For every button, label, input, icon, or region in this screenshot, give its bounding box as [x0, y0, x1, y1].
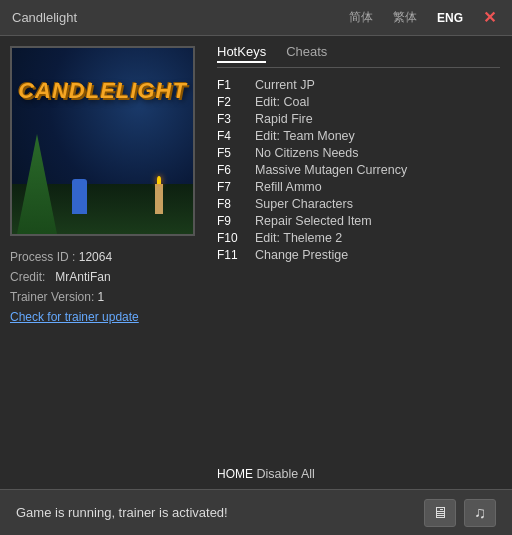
character-figure: [72, 179, 87, 214]
tab-cheats[interactable]: Cheats: [286, 44, 327, 63]
hotkey-row: F1Current JP: [217, 78, 500, 92]
hotkey-key-f6: F6: [217, 163, 255, 177]
hotkey-desc-10: Change Prestige: [255, 248, 348, 262]
hotkey-desc-3: Edit: Team Money: [255, 129, 355, 143]
hotkey-row: F7Refill Ammo: [217, 180, 500, 194]
hotkey-row: F3Rapid Fire: [217, 112, 500, 126]
trainer-update-row: Check for trainer update: [10, 310, 195, 324]
hotkey-key-f2: F2: [217, 95, 255, 109]
hotkey-key-f4: F4: [217, 129, 255, 143]
lang-simplified[interactable]: 简体: [345, 7, 377, 28]
tab-hotkeys[interactable]: HotKeys: [217, 44, 266, 63]
main-content: CANDLELIGHT Process ID : 12064 Credit: M…: [0, 36, 512, 489]
hotkey-key-f5: F5: [217, 146, 255, 160]
process-info: Process ID : 12064 Credit: MrAntiFan Tra…: [10, 246, 195, 334]
credit-value: MrAntiFan: [55, 270, 110, 284]
candle-decoration: [155, 184, 163, 214]
left-panel: CANDLELIGHT Process ID : 12064 Credit: M…: [0, 36, 205, 489]
game-logo-text: CANDLELIGHT: [18, 78, 187, 104]
music-icon-button[interactable]: ♫: [464, 499, 496, 527]
hotkey-row: F11Change Prestige: [217, 248, 500, 262]
trainer-version-value: 1: [98, 290, 105, 304]
credit-row: Credit: MrAntiFan: [10, 270, 195, 284]
hotkey-desc-7: Super Characters: [255, 197, 353, 211]
hotkey-key-f7: F7: [217, 180, 255, 194]
trainer-update-link[interactable]: Check for trainer update: [10, 310, 139, 324]
home-key-row: HOME Disable All: [217, 467, 500, 481]
hotkey-desc-4: No Citizens Needs: [255, 146, 359, 160]
status-message: Game is running, trainer is activated!: [16, 505, 228, 520]
hotkey-row: F2Edit: Coal: [217, 95, 500, 109]
monitor-icon-button[interactable]: 🖥: [424, 499, 456, 527]
hotkey-key-f8: F8: [217, 197, 255, 211]
hotkey-key-f3: F3: [217, 112, 255, 126]
app-title: Candlelight: [12, 10, 77, 25]
lang-traditional[interactable]: 繁体: [389, 7, 421, 28]
right-panel: HotKeys Cheats F1Current JPF2Edit: CoalF…: [205, 36, 512, 489]
close-button[interactable]: ✕: [479, 8, 500, 27]
process-id-label: Process ID :: [10, 250, 75, 264]
hotkey-row: F6Massive Mutagen Currency: [217, 163, 500, 177]
hotkey-key-f10: F10: [217, 231, 255, 245]
home-key: HOME: [217, 467, 253, 481]
hotkey-row: F8Super Characters: [217, 197, 500, 211]
title-bar: Candlelight 简体 繁体 ENG ✕: [0, 0, 512, 36]
hotkey-row: F5No Citizens Needs: [217, 146, 500, 160]
hotkey-desc-2: Rapid Fire: [255, 112, 313, 126]
hotkey-key-f9: F9: [217, 214, 255, 228]
lang-english[interactable]: ENG: [433, 9, 467, 27]
hotkey-desc-9: Edit: Theleme 2: [255, 231, 342, 245]
hotkey-desc-5: Massive Mutagen Currency: [255, 163, 407, 177]
hotkeys-list: F1Current JPF2Edit: CoalF3Rapid FireF4Ed…: [217, 78, 500, 459]
process-id-row: Process ID : 12064: [10, 250, 195, 264]
hotkey-desc-0: Current JP: [255, 78, 315, 92]
hotkey-desc-6: Refill Ammo: [255, 180, 322, 194]
hotkey-row: F4Edit: Team Money: [217, 129, 500, 143]
hotkey-desc-8: Repair Selected Item: [255, 214, 372, 228]
hotkey-row: F9Repair Selected Item: [217, 214, 500, 228]
status-icons: 🖥 ♫: [424, 499, 496, 527]
process-id-value: 12064: [79, 250, 112, 264]
hotkey-row: F10Edit: Theleme 2: [217, 231, 500, 245]
status-bar: Game is running, trainer is activated! 🖥…: [0, 489, 512, 535]
candle-flame: [157, 176, 161, 184]
hotkey-key-f11: F11: [217, 248, 255, 262]
music-icon: ♫: [474, 504, 486, 522]
title-controls: 简体 繁体 ENG ✕: [345, 7, 500, 28]
game-thumbnail: CANDLELIGHT: [10, 46, 195, 236]
credit-label: Credit:: [10, 270, 45, 284]
monitor-icon: 🖥: [432, 504, 448, 522]
hotkey-key-f1: F1: [217, 78, 255, 92]
trainer-version-row: Trainer Version: 1: [10, 290, 195, 304]
tab-bar: HotKeys Cheats: [217, 44, 500, 68]
home-key-desc: Disable All: [256, 467, 314, 481]
trainer-version-label: Trainer Version:: [10, 290, 94, 304]
hotkey-desc-1: Edit: Coal: [255, 95, 309, 109]
